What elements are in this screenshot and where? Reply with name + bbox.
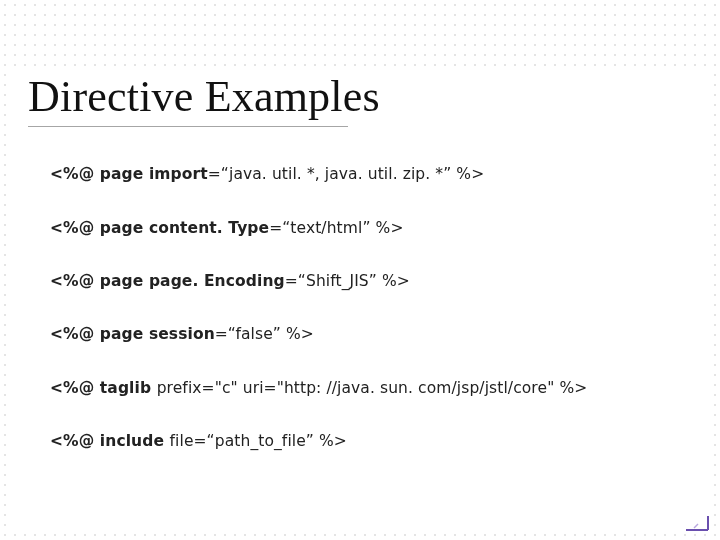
code-segment: taglib xyxy=(100,379,157,397)
code-segment: =“text/html” %> xyxy=(269,219,403,237)
code-segment: prefix="c" uri="http: //java. sun. com/j… xyxy=(157,379,588,397)
code-segment: <%@ xyxy=(50,379,100,397)
code-segment: page session xyxy=(100,325,215,343)
page-title: Directive Examples xyxy=(28,74,692,120)
code-segment: =“false” %> xyxy=(215,325,314,343)
code-segment: include xyxy=(100,432,170,450)
code-segment: <%@ xyxy=(50,219,100,237)
code-segment: <%@ xyxy=(50,325,100,343)
code-segment: page content. Type xyxy=(100,219,269,237)
directive-line: <%@ page import=“java. util. *, java. ut… xyxy=(50,165,692,184)
directive-line: <%@ page session=“false” %> xyxy=(50,325,692,344)
code-segment: =“Shift_JIS” %> xyxy=(285,272,410,290)
code-segment: <%@ xyxy=(50,432,100,450)
directive-line: <%@ page content. Type=“text/html” %> xyxy=(50,219,692,238)
code-segment: <%@ xyxy=(50,165,100,183)
examples-list: <%@ page import=“java. util. *, java. ut… xyxy=(28,165,692,451)
code-segment: <%@ xyxy=(50,272,100,290)
directive-line: <%@ include file=“path_to_file” %> xyxy=(50,432,692,451)
code-segment: page page. Encoding xyxy=(100,272,285,290)
code-segment: page xyxy=(100,165,149,183)
code-segment: file=“path_to_file” %> xyxy=(170,432,347,450)
code-segment: import xyxy=(149,165,208,183)
directive-line: <%@ taglib prefix="c" uri="http: //java.… xyxy=(50,379,692,398)
slide-container: Directive Examples <%@ page import=“java… xyxy=(0,0,720,540)
directive-line: <%@ page page. Encoding=“Shift_JIS” %> xyxy=(50,272,692,291)
corner-accent-icon xyxy=(684,514,710,532)
title-underline xyxy=(28,126,348,127)
code-segment: =“java. util. *, java. util. zip. *” %> xyxy=(208,165,484,183)
